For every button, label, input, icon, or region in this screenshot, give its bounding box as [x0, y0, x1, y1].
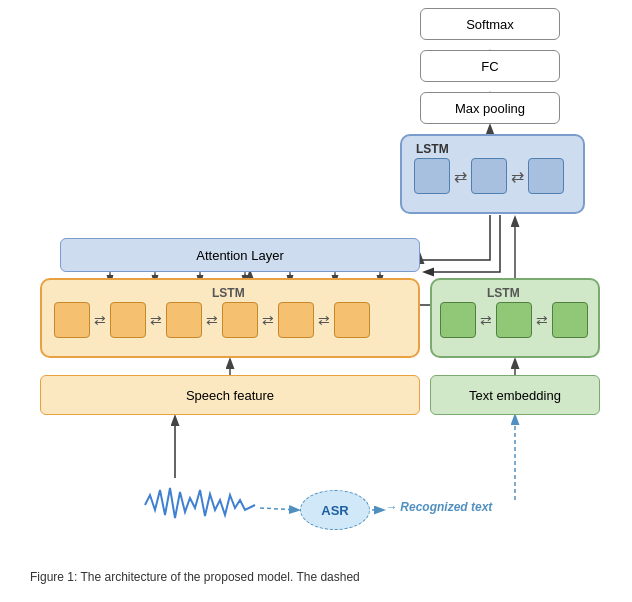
- top-lstm-container: ⇄ ⇄ LSTM: [400, 134, 585, 214]
- caption: Figure 1: The architecture of the propos…: [30, 570, 610, 584]
- top-lstm-cell-1: [414, 158, 450, 194]
- maxpool-label: Max pooling: [455, 101, 525, 116]
- softmax-box: Softmax: [420, 8, 560, 40]
- asr-label: ASR: [321, 503, 348, 518]
- speech-lstm-cell-1: [54, 302, 90, 338]
- speech-lstm-cell-3: [166, 302, 202, 338]
- text-lstm-cell-3: [552, 302, 588, 338]
- speech-feature-label: Speech feature: [186, 388, 274, 403]
- speech-lstm-cell-4: [222, 302, 258, 338]
- attention-box: Attention Layer: [60, 238, 420, 272]
- speech-lstm-cell-2: [110, 302, 146, 338]
- speech-lstm-cell-5: [278, 302, 314, 338]
- text-lstm-cell-1: [440, 302, 476, 338]
- text-lstm-label: LSTM: [487, 286, 520, 300]
- text-lstm-container: ⇄ ⇄ LSTM: [430, 278, 600, 358]
- speech-lstm-container: ⇄ ⇄ ⇄ ⇄ ⇄ LSTM: [40, 278, 420, 358]
- svg-line-20: [260, 508, 298, 510]
- top-lstm-cell-3: [528, 158, 564, 194]
- top-lstm-label: LSTM: [416, 142, 449, 156]
- fc-label: FC: [481, 59, 498, 74]
- softmax-label: Softmax: [466, 17, 514, 32]
- asr-box: ASR: [300, 490, 370, 530]
- attention-label: Attention Layer: [196, 248, 283, 263]
- top-lstm-cell-2: [471, 158, 507, 194]
- speech-feature-box: Speech feature: [40, 375, 420, 415]
- recognized-text-label: → Recognized text: [385, 500, 492, 514]
- text-lstm-cell-2: [496, 302, 532, 338]
- fc-box: FC: [420, 50, 560, 82]
- text-embedding-box: Text embedding: [430, 375, 600, 415]
- sound-wave: [140, 480, 260, 530]
- recognized-text-text: → Recognized text: [385, 500, 492, 514]
- speech-lstm-label: LSTM: [212, 286, 245, 300]
- text-embedding-label: Text embedding: [469, 388, 561, 403]
- maxpool-box: Max pooling: [420, 92, 560, 124]
- diagram-container: Softmax FC Max pooling ⇄ ⇄ LSTM Attentio…: [0, 0, 632, 602]
- caption-text: Figure 1: The architecture of the propos…: [30, 570, 360, 584]
- speech-lstm-cell-6: [334, 302, 370, 338]
